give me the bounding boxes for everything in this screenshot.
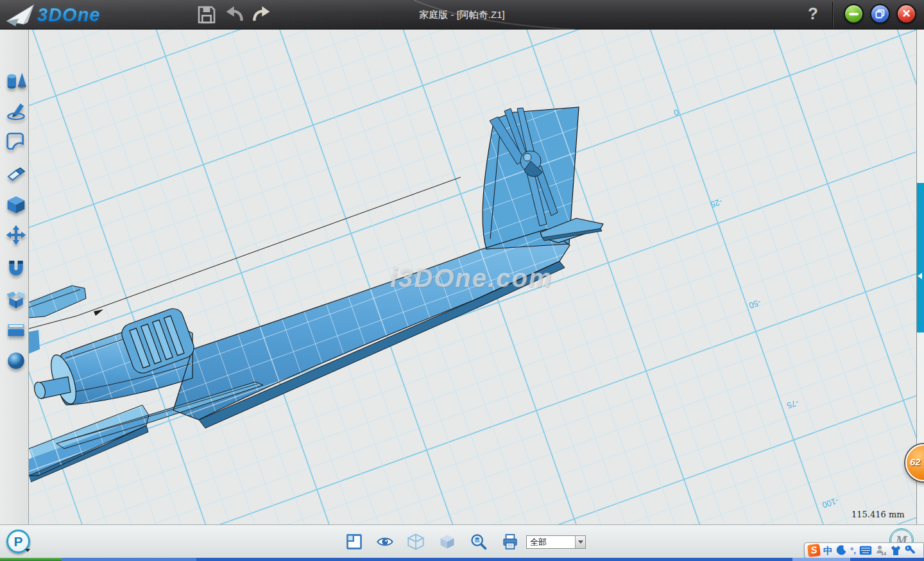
move-arrows-icon[interactable]	[6, 225, 26, 245]
shaded-cube-icon[interactable]	[438, 533, 456, 551]
eraser-icon[interactable]	[6, 164, 26, 184]
viewport-canvas[interactable]: i3DOne.com 0 -25 -50 -75 -100 115.416 mm	[29, 30, 916, 524]
zoom-search-icon[interactable]	[470, 533, 488, 551]
print-icon[interactable]	[501, 533, 519, 551]
primitive-solids-icon[interactable]	[6, 69, 26, 90]
os-taskbar-sliver[interactable]	[0, 558, 924, 561]
title-bar: 3DOne 家庭版 - [阿帕奇.Z1] ? ✕	[0, 0, 924, 30]
chinese-mode-icon[interactable]: 中	[823, 546, 833, 555]
surface-sheet-icon[interactable]	[6, 131, 26, 151]
wireframe-cube-icon[interactable]	[407, 533, 425, 551]
chevron-down-icon	[578, 540, 583, 544]
user-count-icon[interactable]: 14	[875, 545, 887, 556]
bottom-toolbar: P 全部	[0, 524, 924, 558]
render-sphere-icon[interactable]	[6, 350, 26, 371]
help-button[interactable]: ?	[803, 4, 823, 26]
app-logo: 3DOne	[4, 2, 119, 28]
assembly-box-icon[interactable]	[6, 288, 26, 309]
magnet-icon[interactable]	[6, 257, 26, 278]
redo-icon[interactable]	[251, 4, 271, 25]
minimize-button[interactable]	[844, 4, 864, 24]
helicopter-model[interactable]	[29, 107, 579, 482]
left-toolbar	[0, 30, 29, 524]
punctuation-icon[interactable]: °,	[850, 546, 856, 555]
skin-shirt-icon[interactable]	[890, 545, 902, 556]
restore-button[interactable]	[870, 4, 890, 24]
dropdown-arrow-button[interactable]	[575, 536, 585, 548]
save-icon[interactable]	[196, 4, 217, 25]
p-dropdown-caret[interactable]	[25, 549, 30, 552]
ime-toolbar[interactable]: S 中 °, 14	[804, 542, 924, 558]
sogou-logo-icon[interactable]: S	[807, 544, 821, 557]
keyboard-icon[interactable]	[859, 546, 872, 555]
svg-text:14: 14	[881, 551, 886, 556]
undo-icon[interactable]	[225, 4, 245, 25]
restore-icon	[875, 9, 885, 19]
panel-expand-tab[interactable]	[917, 183, 924, 332]
brand-text: 3DOne	[37, 4, 100, 26]
visibility-eye-icon[interactable]	[376, 533, 394, 551]
filter-selected-value: 全部	[527, 536, 575, 548]
toolbox-drawer-icon[interactable]	[6, 319, 26, 340]
sketch-pencil-icon[interactable]	[6, 100, 26, 121]
close-button[interactable]: ✕	[896, 4, 916, 24]
display-filter-dropdown[interactable]: 全部	[526, 535, 586, 549]
titlebar-swoosh	[0, 0, 924, 30]
paper-plane-icon	[4, 2, 37, 28]
solid-cube-icon[interactable]	[6, 194, 26, 215]
base-plane-icon[interactable]	[345, 533, 363, 551]
moon-icon[interactable]	[836, 545, 847, 556]
titlebar-separator	[832, 2, 834, 28]
chevron-left-icon	[918, 273, 922, 279]
settings-wrench-icon[interactable]	[905, 545, 916, 556]
